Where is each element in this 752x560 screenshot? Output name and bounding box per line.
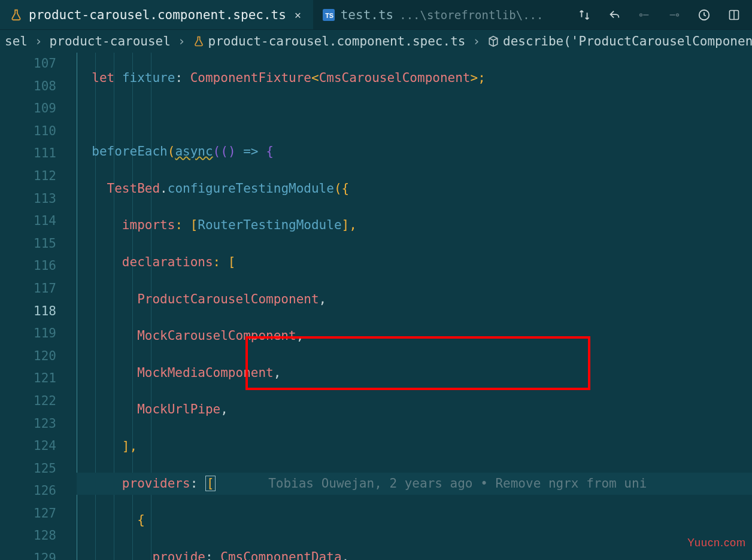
- crumb-c[interactable]: product-carousel.component.spec.ts: [208, 34, 466, 48]
- code-line: [77, 104, 752, 127]
- split-editor-icon[interactable]: [727, 8, 741, 22]
- crumb-a[interactable]: sel: [5, 34, 28, 48]
- code-line: ProductCarouselComponent,: [77, 288, 752, 311]
- compare-changes-icon[interactable]: [577, 8, 592, 22]
- code-line: MockCarouselComponent,: [77, 325, 752, 348]
- tab-second-label: test.ts: [341, 8, 394, 22]
- editor-tabs: product-carousel.component.spec.ts ✕ TS …: [0, 0, 752, 30]
- tab-actions: [577, 8, 752, 22]
- svg-text:TS: TS: [325, 12, 333, 19]
- code-editor[interactable]: 1071081091101111121131141151161171181191…: [0, 53, 752, 560]
- go-back-icon[interactable]: [607, 8, 621, 22]
- chevron-right-icon: ›: [31, 34, 46, 48]
- crumb-b[interactable]: product-carousel: [50, 34, 171, 48]
- code-line: imports: [RouterTestingModule],: [77, 214, 752, 237]
- code-line-current: providers: [ Tobias Ouwejan, 2 years ago…: [77, 473, 752, 495]
- code-line: TestBed.configureTestingModule({: [77, 178, 752, 200]
- code-line: let fixture: ComponentFixture<CmsCarouse…: [77, 67, 752, 90]
- symbol-icon: [487, 35, 499, 47]
- tab-active-label: product-carousel.component.spec.ts: [29, 8, 286, 22]
- code-line: provide: CmsComponentData,: [77, 546, 752, 560]
- flask-icon: [193, 35, 205, 47]
- crumb-d[interactable]: describe('ProductCarouselComponent': [503, 34, 752, 48]
- code-line: MockMediaComponent,: [77, 362, 752, 385]
- code-line: MockUrlPipe,: [77, 398, 752, 421]
- tab-active[interactable]: product-carousel.component.spec.ts ✕: [0, 0, 313, 29]
- svg-point-2: [640, 14, 642, 16]
- line-gutter: 1071081091101111121131141151161171181191…: [0, 53, 77, 560]
- breadcrumb: sel › product-carousel › product-carouse…: [0, 30, 752, 53]
- flask-icon: [10, 8, 23, 22]
- code-line: declarations: [: [77, 251, 752, 274]
- tab-second-hint: ...\storefrontlib\...: [399, 8, 543, 22]
- code-line: {: [77, 509, 752, 532]
- tab-second[interactable]: TS test.ts ...\storefrontlib\...: [313, 0, 553, 29]
- close-icon[interactable]: ✕: [292, 8, 304, 21]
- svg-point-3: [677, 14, 679, 16]
- code-area[interactable]: let fixture: ComponentFixture<CmsCarouse…: [77, 53, 752, 560]
- git-blame-annotation: Tobias Ouwejan, 2 years ago • Remove ngr…: [268, 476, 647, 491]
- chevron-right-icon: ›: [174, 34, 189, 48]
- code-line: ],: [77, 436, 752, 458]
- run-icon[interactable]: [667, 8, 681, 22]
- chevron-right-icon: ›: [469, 34, 484, 48]
- watermark: Yuucn.com: [687, 537, 746, 549]
- code-line: beforeEach(async(() => {: [77, 141, 752, 163]
- ts-file-icon: TS: [323, 9, 335, 21]
- more-icon[interactable]: [697, 8, 711, 22]
- go-forward-icon[interactable]: [637, 8, 651, 22]
